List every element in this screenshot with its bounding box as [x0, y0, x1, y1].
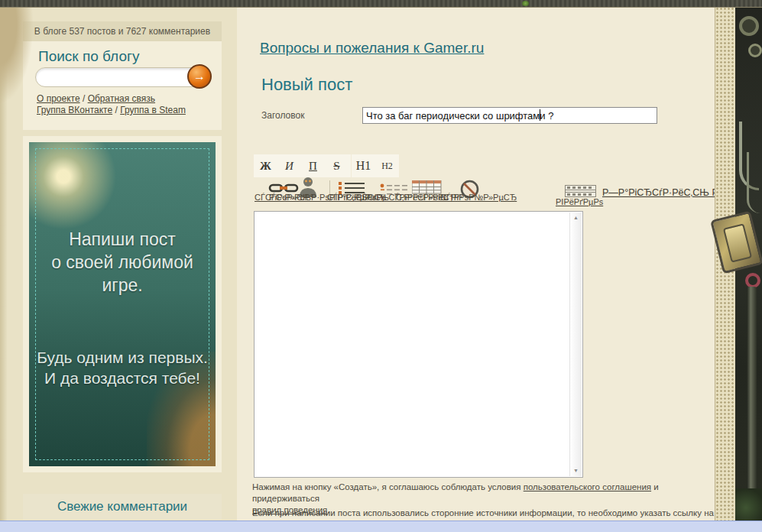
- bold-button[interactable]: Ж: [254, 160, 277, 173]
- heading1-button[interactable]: H1: [352, 159, 375, 173]
- spoiler-tool-label[interactable]: СЃРїРѕР№Р»РµСЂ: [440, 193, 517, 202]
- valve-wheel-decoration: [745, 273, 760, 288]
- sources-note: Если при написании поста использовались …: [252, 508, 734, 517]
- link-separator: /: [112, 105, 120, 115]
- strikethrough-button[interactable]: S: [325, 160, 349, 173]
- arrow-right-icon: →: [193, 70, 206, 83]
- banner-subline: Будь одним из первых. И да воздастся теб…: [29, 347, 216, 388]
- right-decorative-artwork: [715, 7, 762, 521]
- search-input[interactable]: [35, 67, 202, 87]
- fresh-comments-heading: Свежие комментарии: [23, 494, 222, 520]
- pipe-decoration: [747, 287, 757, 496]
- underline-button[interactable]: П: [301, 160, 325, 173]
- sidebar-link-steam[interactable]: Группа в Steam: [120, 105, 186, 115]
- italic-button[interactable]: И: [277, 160, 301, 173]
- gear-icon: [739, 16, 759, 36]
- link-separator: /: [80, 93, 88, 104]
- pipe-decoration: [747, 152, 760, 213]
- video-tool-label[interactable]: РІРёРґРµРѕ: [556, 197, 603, 206]
- sidebar-link-vk[interactable]: Группа ВКонтакте: [37, 105, 112, 115]
- scroll-down-icon[interactable]: ▼: [570, 466, 582, 476]
- sidebar-link-about[interactable]: О проекте: [37, 93, 80, 104]
- banner-dashed-border: [35, 148, 209, 460]
- blog-title-link[interactable]: Вопросы и пожелания к Gamer.ru: [260, 40, 484, 57]
- blog-stats-bar: В блоге 537 постов и 7627 комментариев: [23, 21, 222, 41]
- heading2-button[interactable]: H2: [375, 161, 399, 172]
- green-dot-decoration: [522, 1, 529, 6]
- foliage-decoration: [735, 488, 762, 521]
- sidebar-link-feedback[interactable]: Обратная связь: [88, 93, 155, 104]
- banner-headline: Напиши пост о своей любимой игре.: [29, 228, 216, 297]
- gear-icon: [748, 44, 762, 57]
- format-toolbar-group-2: H1 H2: [352, 154, 399, 177]
- format-toolbar-group-1: Ж И П S: [254, 154, 351, 177]
- promo-banner[interactable]: Напиши пост о своей любимой игре. Будь о…: [29, 142, 216, 466]
- bottom-scrollbar-bar[interactable]: [0, 521, 762, 532]
- agreement-text: Нажимая на кнопку «Создать», я соглашаюс…: [252, 482, 524, 491]
- search-submit-button[interactable]: →: [187, 64, 212, 89]
- post-title-label: Заголовок: [261, 110, 304, 121]
- vertical-scrollbar[interactable]: ▲ ▼: [569, 212, 582, 476]
- search-title: Поиск по блогу: [38, 48, 139, 65]
- video-icon[interactable]: [565, 185, 596, 197]
- link-icon[interactable]: [268, 182, 300, 193]
- sidebar-links: О проекте / Обратная связь Группа ВКонта…: [37, 93, 217, 116]
- post-body-textarea[interactable]: ▲ ▼: [254, 211, 583, 478]
- scroll-up-icon[interactable]: ▲: [570, 212, 582, 223]
- text-cursor: [540, 109, 540, 121]
- page-title: Новый пост: [261, 75, 352, 95]
- user-agreement-link[interactable]: пользовательского соглашения: [524, 482, 651, 491]
- post-title-input[interactable]: [362, 107, 657, 124]
- parchment-corner-decoration: [0, 5, 34, 104]
- top-decorative-strip: [0, 0, 762, 8]
